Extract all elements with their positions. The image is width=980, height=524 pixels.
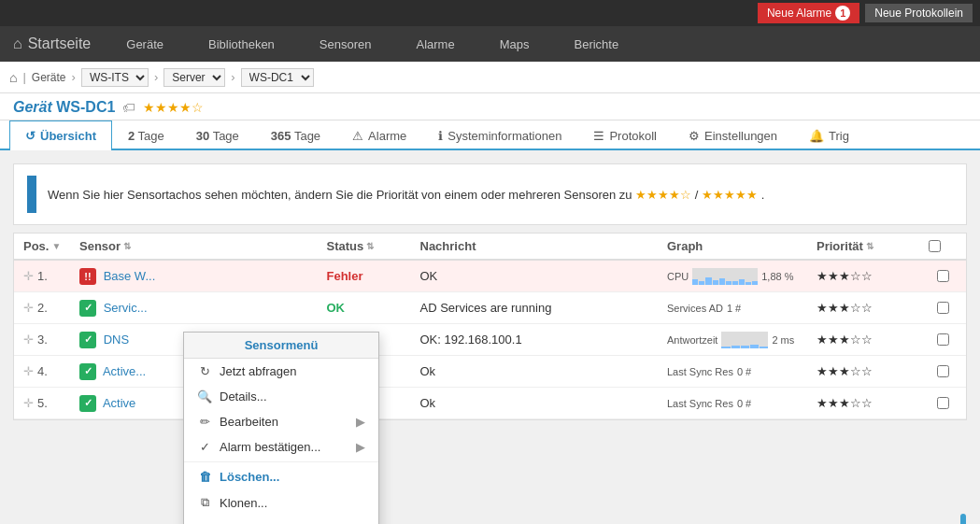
nav-home-label: Startseite [28,35,92,52]
row-1-stars[interactable]: ★★★☆☆ [817,269,929,283]
home-icon: ⌂ [13,35,22,52]
tab-trig-icon: 🔔 [809,129,824,143]
sensor-icon-ok: ✓ [79,395,96,412]
nav-home[interactable]: ⌂ Startseite [0,26,104,62]
breadcrumb-home-icon[interactable]: ⌂ [9,70,17,85]
row-1-message: OK [420,269,668,283]
tab-2-tage[interactable]: 2 Tage [112,120,180,150]
row-2-sensor[interactable]: ✓ Servic... [79,300,327,317]
tab-protokoll[interactable]: ☰ Protokoll [577,120,673,150]
tab-overview[interactable]: ↺ Übersicht [9,120,112,150]
details-icon: 🔍 [197,389,212,404]
new-protocol-button[interactable]: Neue Protokollein [865,4,973,22]
breadcrumb-ws-dc1-select[interactable]: WS-DC1 [241,68,314,87]
row-3-message: OK: 192.168.100.1 [420,333,668,347]
row-3-stars[interactable]: ★★★☆☆ [817,333,929,347]
nav-sensoren[interactable]: Sensoren [297,26,394,62]
breadcrumb-server[interactable]: Server [163,68,225,87]
context-alarm-confirm-label: Alarm bestätigen... [220,440,320,454]
row-4-stars[interactable]: ★★★☆☆ [817,364,929,378]
context-menu-move[interactable]: ↗ Verschieben ▶ [184,516,378,524]
tab-system-icon: ℹ [438,129,443,143]
row-4-checkbox[interactable] [929,365,957,377]
tab-einstellungen[interactable]: ⚙ Einstellungen [673,120,793,150]
drag-handle[interactable]: ✛ [23,396,34,410]
header-pos: Pos. ▼ [23,239,79,253]
nav-berichte[interactable]: Berichte [551,26,641,62]
tab-system-label: Systeminformationen [447,129,561,143]
row-4-pos: ✛4. [23,364,79,378]
breadcrumb-ws-dc1[interactable]: WS-DC1 [241,68,314,87]
row-5-stars[interactable]: ★★★☆☆ [817,396,929,410]
nav-maps[interactable]: Maps [477,26,552,62]
row-1-pos: ✛ 1. [23,269,79,283]
device-name: WS-DC1 [56,99,115,115]
nav-alarme[interactable]: Alarme [394,26,477,62]
tab-alarme-icon: ⚠ [352,129,363,143]
tab-trig-label: Trig [829,129,849,143]
page-title-bar: Gerät WS-DC1 🏷 ★★★★☆ [0,93,980,120]
sensor-icon-ok: ✓ [79,300,96,317]
row-2-checkbox[interactable] [929,302,957,314]
row-5-checkbox[interactable] [929,397,957,409]
row-3-checkbox[interactable] [929,333,957,346]
bookmark-icon[interactable]: 🏷 [122,100,135,115]
context-delete-label: Löschen... [220,470,279,484]
row-5-message: Ok [420,396,668,410]
header-prioritaet[interactable]: Priorität ⇅ [817,239,929,253]
tab-systeminformationen[interactable]: ℹ Systeminformationen [422,120,577,150]
page-title-label: Gerät [13,99,56,115]
nav-bibliotheken[interactable]: Bibliotheken [186,26,297,62]
header-checkbox[interactable] [929,240,957,252]
tabs-bar: ↺ Übersicht 2 Tage 30 Tage 365 Tage ⚠ Al… [0,120,980,150]
breadcrumb-ws-its[interactable]: WS-ITS [81,68,149,87]
row-1-checkbox[interactable] [929,270,957,282]
tab-overview-icon: ↺ [25,129,36,143]
breadcrumb-geraete[interactable]: Geräte [32,71,66,84]
select-all-checkbox[interactable] [929,240,941,252]
drag-handle[interactable]: ✛ [23,269,34,283]
row-2-stars[interactable]: ★★★☆☆ [817,301,929,315]
breadcrumb-server-select[interactable]: Server [163,68,225,87]
tab-30-tage[interactable]: 30 Tage [180,120,255,150]
row-2-status: OK [327,301,420,315]
tab-trig[interactable]: 🔔 Trig [793,120,865,150]
info-banner-accent [27,176,36,213]
arrow-icon: ▶ [356,440,365,454]
context-menu-delete[interactable]: 🗑 Löschen... [184,464,378,489]
new-alarm-badge: 1 [835,6,850,21]
header-sensor[interactable]: Sensor ⇅ [79,239,327,253]
drag-handle[interactable]: ✛ [23,333,34,347]
nav-geraete[interactable]: Geräte [104,26,186,62]
context-menu-refresh[interactable]: ↻ Jetzt abfragen [184,359,378,384]
delete-icon: 🗑 [197,470,212,484]
clone-icon: ⧉ [197,495,212,510]
menu-separator [184,461,378,462]
top-bar: Neue Alarme 1 Neue Protokollein [0,0,980,26]
row-4-graph: Last Sync Res 0 # [667,366,817,377]
scrollbar[interactable] [960,514,966,524]
drag-handle[interactable]: ✛ [23,364,34,378]
row-1-sensor[interactable]: !! Base W... [79,268,327,285]
new-alarm-button[interactable]: Neue Alarme 1 [758,3,859,23]
breadcrumb-ws-its-select[interactable]: WS-ITS [81,68,149,87]
header-status[interactable]: Status ⇅ [327,239,420,253]
table-row: ✛3. ✓ DNS OK OK: 192.168.100.1 Antwortze… [14,324,966,356]
context-menu-details[interactable]: 🔍 Details... [184,384,378,409]
table-row: ✛5. ✓ Active OK Ok Last Sync Res 0 # ★★★… [14,388,966,419]
page-title: Gerät WS-DC1 [13,99,115,116]
table-row: ✛ 1. !! Base W... Fehler OK CPU 1,88 % ★… [14,261,966,292]
table-header: Pos. ▼ Sensor ⇅ Status ⇅ Nachricht Graph… [14,234,966,261]
device-stars[interactable]: ★★★★☆ [143,100,204,115]
nav-bar: ⌂ Startseite Geräte Bibliotheken Sensore… [0,26,980,62]
context-menu-edit[interactable]: ✏ Bearbeiten ▶ [184,409,378,434]
tab-365-tage[interactable]: 365 Tage [255,120,336,150]
new-alarm-label: Neue Alarme [767,7,831,20]
context-menu-clone[interactable]: ⧉ Klonen... [184,489,378,516]
tab-overview-label: Übersicht [40,129,96,143]
drag-handle[interactable]: ✛ [23,301,34,315]
tab-alarme[interactable]: ⚠ Alarme [336,120,422,150]
tab-protokoll-icon: ☰ [593,129,604,143]
context-menu-alarm-confirm[interactable]: ✓ Alarm bestätigen... ▶ [184,434,378,460]
table-row: ✛4. ✓ Active... Ok Ok Last Sync Res 0 # … [14,356,966,388]
